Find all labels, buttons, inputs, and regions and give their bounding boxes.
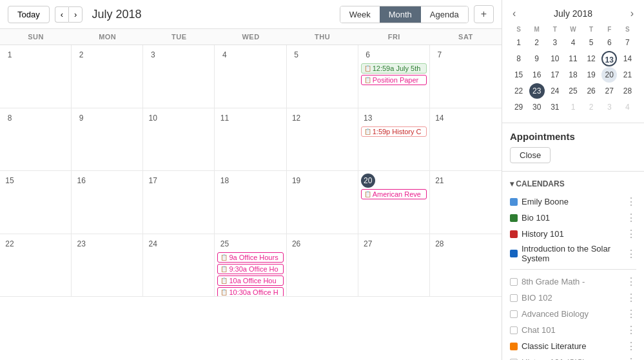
mini-calendar-day[interactable]: 5 (583, 35, 599, 50)
agenda-view-button[interactable]: Agenda (421, 6, 468, 23)
mini-calendar-day[interactable]: 2 (529, 35, 545, 50)
calendar-more-icon[interactable]: ⋮ (626, 212, 636, 224)
mini-calendar-day[interactable]: 8 (511, 51, 527, 66)
calendar-more-icon[interactable]: ⋮ (626, 292, 636, 304)
calendar-cell-9[interactable]: 9 (72, 108, 143, 172)
calendar-checkbox[interactable] (510, 310, 518, 318)
month-view-button[interactable]: Month (380, 6, 421, 23)
mini-calendar-day[interactable]: 1 (511, 35, 527, 50)
mini-calendar-day[interactable]: 15 (511, 67, 527, 83)
calendar-cell-20[interactable]: 20📋American Reve (358, 171, 430, 234)
close-button[interactable]: Close (510, 147, 551, 163)
calendar-cell-17[interactable]: 17 (143, 171, 215, 234)
prev-button[interactable]: ‹ (55, 6, 68, 23)
calendar-event[interactable]: 📋9a Office Hours (217, 252, 283, 263)
mini-calendar-day[interactable]: 31 (547, 99, 563, 115)
mini-calendar-day[interactable]: 4 (565, 35, 581, 50)
calendar-cell-18[interactable]: 18 (215, 171, 286, 234)
mini-calendar-day[interactable]: 4 (620, 99, 635, 115)
mini-calendar-day[interactable]: 29 (511, 99, 527, 115)
today-button[interactable]: Today (8, 6, 50, 23)
mini-calendar-day[interactable]: 9 (529, 51, 545, 66)
add-event-button[interactable]: + (474, 5, 494, 23)
calendar-event[interactable]: 📋10:30a Office H (217, 287, 283, 297)
calendar-more-icon[interactable]: ⋮ (626, 356, 636, 360)
calendar-item-unchecked[interactable]: BIO 102 ⋮ (510, 290, 636, 306)
mini-calendar-day[interactable]: 19 (583, 67, 599, 83)
calendar-cell-15[interactable]: 15 (0, 171, 72, 234)
calendar-item-unchecked[interactable]: Classic Literature ⋮ (510, 338, 636, 354)
calendar-more-icon[interactable]: ⋮ (626, 195, 636, 208)
calendar-cell-6[interactable]: 6📋12:59a July 5th📋Position Paper (358, 45, 430, 108)
calendar-cell-22[interactable]: 22 (0, 234, 72, 297)
mini-calendar-day[interactable]: 30 (529, 99, 545, 115)
calendar-event[interactable]: 📋9:30a Office Ho (217, 264, 283, 274)
calendar-more-icon[interactable]: ⋮ (626, 340, 636, 352)
mini-calendar-day[interactable]: 12 (583, 51, 599, 66)
calendar-cell-3[interactable]: 3 (143, 45, 215, 108)
calendar-more-icon[interactable]: ⋮ (626, 228, 636, 240)
mini-calendar-day[interactable]: 14 (620, 51, 635, 66)
calendar-event[interactable]: 📋12:59a July 5th (361, 63, 427, 74)
calendar-cell-24[interactable]: 24 (143, 234, 215, 297)
calendar-cell-10[interactable]: 10 (143, 108, 215, 172)
mini-calendar-day[interactable]: 10 (547, 51, 563, 66)
mini-calendar-day[interactable]: 28 (620, 83, 635, 99)
calendar-checkbox[interactable] (510, 278, 518, 286)
calendar-cell-11[interactable]: 11 (215, 108, 286, 172)
mini-calendar-day[interactable]: 20 (601, 67, 617, 83)
mini-calendar-day[interactable]: 22 (511, 83, 527, 99)
calendar-cell-28[interactable]: 28 (430, 234, 502, 297)
calendar-cell-8[interactable]: 8 (0, 108, 72, 172)
calendar-cell-23[interactable]: 23 (72, 234, 143, 297)
mini-calendar-day[interactable]: 7 (620, 35, 635, 50)
calendar-more-icon[interactable]: ⋮ (626, 275, 636, 288)
mini-calendar-day[interactable]: 3 (601, 99, 617, 115)
calendar-cell-21[interactable]: 21 (430, 171, 502, 234)
mini-next-button[interactable]: › (628, 8, 636, 19)
calendar-event[interactable]: 📋1:59p History C (361, 126, 427, 137)
mini-calendar-day[interactable]: 25 (565, 83, 581, 99)
calendar-cell-7[interactable]: 7 (430, 45, 502, 108)
calendar-cell-27[interactable]: 27 (358, 234, 430, 297)
calendar-item[interactable]: Introduction to the Solar System ⋮ (510, 242, 636, 265)
calendar-cell-13[interactable]: 13📋1:59p History C (358, 108, 430, 172)
mini-calendar-day[interactable]: 13 (601, 51, 617, 66)
mini-calendar-day[interactable]: 11 (565, 51, 581, 66)
mini-calendar-day[interactable]: 18 (565, 67, 581, 83)
mini-calendar-day[interactable]: 2 (583, 99, 599, 115)
calendar-cell-19[interactable]: 19 (287, 171, 358, 234)
mini-calendar-day[interactable]: 16 (529, 67, 545, 83)
week-view-button[interactable]: Week (340, 6, 380, 23)
calendar-cell-4[interactable]: 4 (215, 45, 286, 108)
mini-prev-button[interactable]: ‹ (510, 8, 518, 19)
calendar-item[interactable]: Emily Boone ⋮ (510, 194, 636, 210)
calendar-item-unchecked[interactable]: Chat 101 ⋮ (510, 322, 636, 338)
calendar-item-unchecked[interactable]: History 101 (SIS) ⋮ (510, 354, 636, 360)
calendar-cell-5[interactable]: 5 (287, 45, 358, 108)
calendar-item-unchecked[interactable]: Advanced Biology ⋮ (510, 306, 636, 322)
calendar-item[interactable]: History 101 ⋮ (510, 226, 636, 242)
calendar-cell-1[interactable]: 1 (0, 45, 72, 108)
calendar-cell-26[interactable]: 26 (287, 234, 358, 297)
calendar-event[interactable]: 📋Position Paper (361, 75, 427, 85)
mini-calendar-day[interactable]: 6 (601, 35, 617, 50)
mini-calendar-day[interactable]: 23 (529, 83, 545, 99)
calendar-more-icon[interactable]: ⋮ (626, 248, 636, 260)
calendar-checkbox[interactable] (510, 294, 518, 302)
calendar-item[interactable]: Bio 101 ⋮ (510, 210, 636, 226)
calendar-cell-16[interactable]: 16 (72, 171, 143, 234)
calendar-more-icon[interactable]: ⋮ (626, 324, 636, 336)
next-button[interactable]: › (68, 6, 83, 23)
calendar-cell-14[interactable]: 14 (430, 108, 502, 172)
mini-calendar-day[interactable]: 21 (620, 67, 635, 83)
calendar-cell-2[interactable]: 2 (72, 45, 143, 108)
calendar-event[interactable]: 📋10a Office Hou (217, 275, 283, 286)
calendar-checkbox[interactable] (510, 326, 518, 334)
mini-calendar-day[interactable]: 17 (547, 67, 563, 83)
calendar-event[interactable]: 📋American Reve (361, 189, 427, 199)
mini-calendar-day[interactable]: 1 (565, 99, 581, 115)
calendar-more-icon[interactable]: ⋮ (626, 308, 636, 320)
mini-calendar-day[interactable]: 24 (547, 83, 563, 99)
calendar-cell-25[interactable]: 25📋9a Office Hours📋9:30a Office Ho📋10a O… (215, 234, 286, 297)
